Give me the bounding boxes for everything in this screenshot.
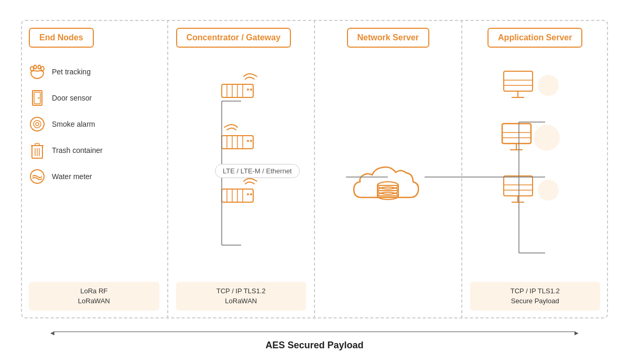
concentrator-bottom-label: TCP / IP TLS1.2LoRaWAN [176, 282, 307, 311]
aes-label: AES Secured Payload [265, 340, 363, 351]
router-middle [218, 121, 265, 158]
svg-point-0 [30, 67, 34, 71]
svg-point-22 [247, 89, 249, 91]
svg-point-9 [36, 123, 39, 126]
aes-section: AES Secured Payload [21, 327, 608, 351]
col-header-app: Application Server [487, 28, 582, 48]
list-item-pet: Pet tracking [29, 63, 159, 80]
monitor-3-circle [538, 180, 559, 201]
col-header-concentrator: Concentrator / Gateway [176, 28, 291, 48]
svg-point-37 [250, 193, 252, 195]
svg-point-8 [34, 120, 41, 128]
app-server-icons [470, 69, 590, 207]
concentrator-bottom-text: TCP / IP TLS1.2LoRaWAN [216, 287, 266, 305]
svg-point-3 [38, 65, 41, 69]
aes-arrow [50, 327, 579, 337]
svg-point-30 [250, 140, 252, 142]
col-network: Network Server [315, 20, 462, 318]
columns-container: End Nodes Pet tracking [21, 20, 608, 318]
end-nodes-list: Pet tracking Door sensor [29, 63, 159, 185]
svg-point-6 [38, 97, 40, 98]
monitor-3-wrap [501, 173, 559, 207]
cloud-server-icon [346, 158, 430, 216]
monitor-3-icon [501, 173, 540, 207]
svg-point-23 [250, 89, 252, 91]
svg-point-36 [247, 193, 249, 195]
list-item-water: Water meter [29, 168, 159, 185]
end-nodes-bottom-label: LoRa RFLoRaWAN [29, 282, 159, 311]
trash-icon [29, 142, 46, 159]
lte-pill-label: LTE / LTE-M / Ethernet [215, 164, 300, 178]
col-header-end-nodes: End Nodes [29, 28, 94, 48]
svg-point-1 [41, 67, 44, 71]
col-end-nodes: End Nodes Pet tracking [21, 20, 168, 318]
gateway-icons [176, 69, 307, 210]
router-top [218, 69, 265, 105]
door-label: Door sensor [52, 94, 92, 102]
app-server-bottom-text: TCP / IP TLS1.2Secure Payload [511, 287, 560, 305]
pet-label: Pet tracking [52, 68, 91, 76]
lte-pill: LTE / LTE-M / Ethernet [215, 164, 300, 178]
end-nodes-bottom-text: LoRa RFLoRaWAN [78, 287, 110, 305]
trash-label: Trash container [52, 146, 103, 155]
list-item-door: Door sensor [29, 90, 159, 106]
router-bottom-icon [218, 173, 265, 210]
svg-rect-43 [504, 71, 533, 91]
smoke-label: Smoke alarm [52, 120, 95, 128]
water-icon [29, 168, 46, 185]
svg-point-29 [247, 140, 249, 142]
svg-rect-48 [502, 124, 531, 144]
list-item-smoke: Smoke alarm [29, 116, 159, 133]
cloud-container [323, 74, 453, 300]
aes-arrow-line [53, 332, 576, 333]
diagram: End Nodes Pet tracking [10, 9, 619, 355]
pet-icon [29, 63, 46, 80]
router-middle-icon [218, 121, 265, 158]
monitor-2-icon [500, 121, 539, 155]
router-top-icon [218, 69, 265, 105]
smoke-icon [29, 116, 46, 133]
svg-point-7 [30, 117, 44, 131]
arrow-right [576, 327, 579, 337]
col-app-server: Application Server [462, 20, 609, 318]
monitor-1-wrap [501, 69, 559, 103]
app-server-bottom-label: TCP / IP TLS1.2Secure Payload [470, 282, 601, 311]
svg-rect-12 [35, 144, 39, 146]
monitor-1-icon [501, 69, 540, 103]
router-bottom [218, 173, 265, 210]
list-item-trash: Trash container [29, 142, 159, 159]
monitor-2-circle [534, 125, 560, 151]
svg-rect-53 [504, 176, 533, 196]
svg-point-2 [34, 65, 37, 69]
door-icon [29, 90, 46, 106]
monitor-1-circle [538, 75, 559, 96]
water-label: Water meter [52, 172, 92, 181]
monitor-2-wrap [500, 121, 560, 155]
col-header-network: Network Server [347, 28, 429, 48]
